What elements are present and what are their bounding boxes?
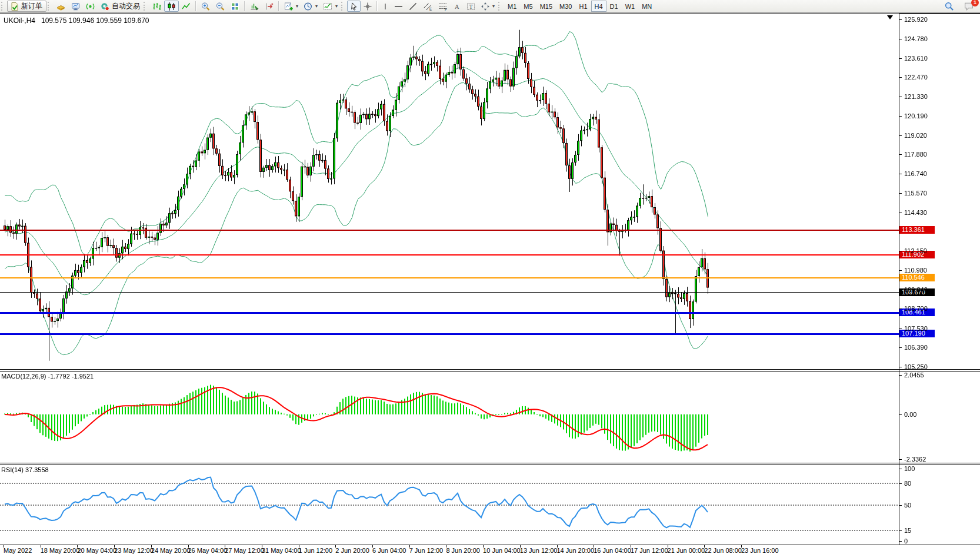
price-axis-tick <box>899 154 902 155</box>
rsi-indicator-label: RSI(14) 37.3558 <box>1 466 49 473</box>
price-chart-canvas[interactable] <box>0 14 899 369</box>
terminal-icon <box>71 2 81 11</box>
price-axis-label: 112.150 <box>904 247 927 254</box>
tile-windows-icon <box>230 2 240 11</box>
new-order-label: 新订单 <box>21 1 42 11</box>
signal-button[interactable] <box>83 1 98 12</box>
horizontal-line-107.190[interactable] <box>0 333 899 335</box>
timeframe-h1-button[interactable]: H1 <box>575 1 591 12</box>
horizontal-line-icon <box>394 2 404 11</box>
zoom-out-button[interactable] <box>213 1 228 12</box>
indicators-button[interactable]: ▾ <box>320 1 340 12</box>
toolbar-right: 1 <box>942 0 976 12</box>
timeframe-m1-button[interactable]: M1 <box>504 1 520 12</box>
timeframe-d1-button[interactable]: D1 <box>606 1 622 12</box>
price-axis-tick <box>899 308 902 309</box>
tile-windows-button[interactable] <box>228 1 242 12</box>
timeframe-m15-button[interactable]: M15 <box>536 1 556 12</box>
timeframe-w1-button[interactable]: W1 <box>622 1 639 12</box>
periods-button[interactable]: ▾ <box>301 1 320 12</box>
horizontal-line-113.361[interactable] <box>0 230 899 231</box>
search-icon <box>944 1 954 11</box>
rsi-axis-label: 80 <box>904 480 911 487</box>
crosshair-tool-button[interactable] <box>361 1 375 12</box>
macd-axis-label: 2.0455 <box>904 371 924 379</box>
toolbar-grip <box>498 2 502 11</box>
cursor-tool-button[interactable] <box>347 1 361 12</box>
line-chart-button[interactable] <box>179 1 194 12</box>
timeframe-h4-button[interactable]: H4 <box>591 1 606 12</box>
toolbar-separator <box>278 1 279 11</box>
rsi-axis-label: 100 <box>904 465 915 472</box>
pane-separator[interactable] <box>0 369 980 371</box>
toolbar-separator <box>376 1 378 11</box>
toolbar-separator <box>244 1 245 11</box>
chart-shift-marker[interactable] <box>887 15 893 19</box>
bar-chart-button[interactable] <box>149 1 164 12</box>
timeframe-m30-button[interactable]: M30 <box>556 1 575 12</box>
notifications-button[interactable]: 1 <box>961 1 976 12</box>
market-watch-button[interactable] <box>54 1 68 12</box>
horizontal-line-109.670[interactable] <box>0 292 899 293</box>
macd-axis-tick <box>899 375 902 376</box>
text-label-icon: T <box>466 2 476 11</box>
toolbar-grip <box>48 2 51 11</box>
rsi-pane-canvas[interactable] <box>0 465 899 545</box>
cursor-icon <box>349 2 358 11</box>
horizontal-line-108.461[interactable] <box>0 312 899 314</box>
chart-shift-button[interactable] <box>262 1 276 12</box>
price-axis-tick <box>899 77 902 78</box>
text-tool-button[interactable]: A <box>451 1 464 12</box>
new-chart-button[interactable]: ▾ <box>281 1 301 12</box>
channel-tool-button[interactable]: E <box>420 1 435 12</box>
terminal-window-button[interactable] <box>68 1 83 12</box>
arrows-tool-button[interactable]: ▾ <box>478 1 497 12</box>
time-axis-label: 13 Jun 12:00 <box>520 547 558 554</box>
trendline-icon <box>408 2 418 11</box>
trading-terminal: 新订单 自动交易 <box>0 0 980 554</box>
horizontal-line-111.902[interactable] <box>0 254 899 256</box>
price-axis-label: 120.190 <box>904 112 928 120</box>
price-axis-label: 106.390 <box>904 344 928 351</box>
price-axis-label: 105.250 <box>904 363 928 370</box>
main-toolbar: 新订单 自动交易 <box>0 0 980 13</box>
timeframe-m5-button[interactable]: M5 <box>520 1 536 12</box>
symbol-label: UKOil-,H4 <box>4 16 35 25</box>
price-axis-label: 110.980 <box>904 267 927 274</box>
price-axis-label: 119.020 <box>904 132 927 139</box>
price-axis-tick <box>899 174 902 174</box>
trendline-tool-button[interactable] <box>406 1 420 12</box>
time-axis-label: 10 Jun 04:00 <box>483 547 521 554</box>
fibonacci-tool-button[interactable]: F <box>435 1 451 12</box>
dropdown-arrow-icon: ▾ <box>335 4 338 9</box>
arrows-icon <box>481 2 490 11</box>
time-axis-label: 21 Jun 00:00 <box>668 547 705 554</box>
auto-trading-button[interactable]: 自动交易 <box>98 1 142 12</box>
price-axis-label: 123.610 <box>904 55 928 62</box>
price-axis-label: 109.840 <box>904 286 928 293</box>
rsi-axis-label: 15 <box>904 527 911 534</box>
time-axis-label: 7 Jun 12:00 <box>409 547 444 554</box>
horizontal-line-110.546[interactable] <box>0 277 899 278</box>
time-axis-label: 18 May 20:00 <box>41 547 80 554</box>
candlestick-chart-button[interactable] <box>164 1 179 12</box>
new-order-button[interactable]: 新订单 <box>7 1 46 12</box>
macd-pane-canvas[interactable] <box>0 371 899 463</box>
price-axis-tick <box>899 290 902 290</box>
vertical-line-tool-button[interactable] <box>379 1 391 12</box>
pane-separator[interactable] <box>0 463 980 465</box>
toolbar-grip <box>144 2 147 11</box>
search-button[interactable] <box>942 1 956 12</box>
signal-icon <box>85 2 95 11</box>
price-axis-tick <box>899 270 902 271</box>
zoom-out-icon <box>215 2 225 11</box>
zoom-in-button[interactable] <box>198 1 213 12</box>
text-label-tool-button[interactable]: T <box>464 1 478 12</box>
timeframe-mn-button[interactable]: MN <box>638 1 655 12</box>
auto-scroll-button[interactable] <box>247 1 262 12</box>
price-axis-label: 115.570 <box>904 190 927 197</box>
auto-trading-icon <box>100 2 110 11</box>
zoom-in-icon <box>201 2 211 11</box>
price-axis-tick <box>899 135 902 136</box>
horizontal-line-tool-button[interactable] <box>391 1 406 12</box>
